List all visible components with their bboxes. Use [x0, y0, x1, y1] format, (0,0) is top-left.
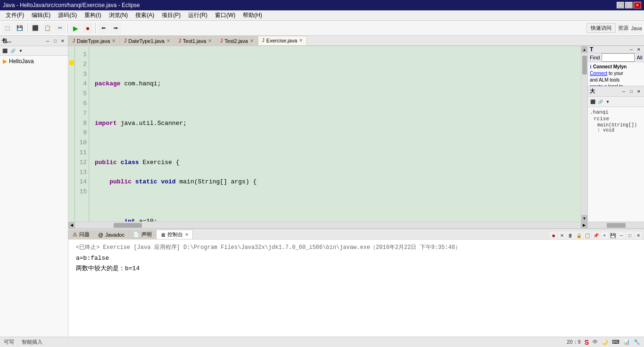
tab-close-datetype1[interactable]: ✕: [166, 38, 170, 43]
package-explorer-title: 包...: [2, 37, 11, 44]
close-button[interactable]: ✕: [634, 2, 641, 8]
tab-test2[interactable]: J Test2.java ✕: [216, 36, 258, 45]
toolbar-new-btn[interactable]: ⬚: [2, 23, 13, 34]
toolbar-btn5[interactable]: ✂: [54, 23, 66, 34]
tab-close-test2[interactable]: ✕: [250, 38, 254, 43]
console-maximize-btn[interactable]: □: [626, 231, 634, 239]
insert-mode: 智能插入: [22, 339, 42, 346]
menu-project[interactable]: 项目(P): [158, 10, 184, 20]
minimize-button[interactable]: ─: [617, 2, 624, 8]
tab-javadoc[interactable]: @ Javadoc: [94, 230, 129, 239]
t-icon: T: [590, 46, 593, 53]
outline-close[interactable]: ✕: [636, 88, 642, 95]
outline-maximize[interactable]: □: [628, 88, 635, 95]
hscroll-thumb[interactable]: [114, 223, 142, 228]
menu-refactor[interactable]: 重构(I): [81, 10, 105, 20]
right-panel-bottom: 大 ─ □ ✕ ⬛ 🔗 ▼ .hanqi rcise: [588, 86, 644, 228]
code-editor[interactable]: 1 2 3 4 5 6 7 8 9 10 11 12 13 14: [68, 46, 587, 228]
menu-source[interactable]: 源码(S): [54, 10, 81, 20]
keyboard-icon: ⌨: [612, 339, 619, 345]
menu-run[interactable]: 运行(R): [184, 10, 211, 20]
hscroll-left-btn[interactable]: ◀: [68, 222, 75, 229]
editor-tabs: J DateType.java ✕ J DateType1.java ✕ J T…: [68, 36, 644, 46]
tab-close-datetype[interactable]: ✕: [112, 38, 116, 43]
outline-btn1[interactable]: ⬛: [589, 98, 596, 106]
connect-link[interactable]: Connect: [590, 71, 607, 76]
toolbar-btn9[interactable]: ➡: [110, 23, 121, 34]
toolbar-btn4[interactable]: 📋: [42, 23, 53, 34]
right-top-minimize[interactable]: ─: [628, 46, 635, 53]
panel-minimize-btn[interactable]: ─: [44, 38, 51, 44]
menu-file[interactable]: 文件(F): [2, 10, 28, 20]
menu-navigate[interactable]: 浏览(N): [105, 10, 132, 20]
console-minimize-btn[interactable]: ─: [618, 231, 625, 239]
menu-edit[interactable]: 编辑(E): [28, 10, 54, 20]
panel-maximize-btn[interactable]: □: [52, 38, 58, 44]
outline-hscrollbar[interactable]: [588, 222, 644, 228]
tree-item-hellojava[interactable]: ▶ HelloJava: [2, 58, 66, 65]
menu-search[interactable]: 搜索(A): [132, 10, 158, 20]
menu-bar: 文件(F) 编辑(E) 源码(S) 重构(I) 浏览(N) 搜索(A) 项目(P…: [0, 10, 644, 21]
toolbar-btn7[interactable]: ■: [82, 23, 93, 34]
console-clear-btn[interactable]: 🗑: [567, 231, 574, 239]
tab-console[interactable]: 🖥 控制台 ✕: [156, 230, 193, 239]
outline-item-class[interactable]: rcise: [590, 116, 642, 122]
menu-help[interactable]: 帮助(H): [239, 10, 266, 20]
find-input[interactable]: [602, 53, 635, 62]
tab-datetype1[interactable]: J DateType1.java ✕: [120, 36, 174, 45]
cursor-position: 20：9: [567, 339, 580, 346]
project-icon: ▶: [3, 58, 7, 65]
vscroll-down-btn[interactable]: ▼: [581, 215, 587, 222]
panel-close-btn[interactable]: ✕: [59, 38, 66, 44]
console-stop-btn[interactable]: ■: [550, 231, 557, 239]
mylyn-description: Connect to your: [590, 70, 642, 77]
outline-item-method[interactable]: main(String[]) : void: [590, 122, 642, 133]
editor-vscrollbar[interactable]: ▲ ▼: [581, 46, 587, 222]
package-explorer-header: 包... ─ □ ✕: [0, 36, 68, 46]
toolbar-btn3[interactable]: ⬛: [30, 23, 41, 34]
toolbar-btn6[interactable]: ▶: [70, 23, 81, 34]
outline-minimize[interactable]: ─: [620, 88, 627, 95]
tab-close-test1[interactable]: ✕: [208, 38, 212, 43]
link-btn[interactable]: 🔗: [9, 47, 17, 55]
collapse-all-btn[interactable]: ⬛: [1, 47, 8, 55]
console-scroll-lock-btn[interactable]: 🔒: [575, 231, 583, 239]
ime-options: 📊: [623, 339, 630, 345]
write-status: 可写: [4, 339, 14, 346]
editor-hscrollbar[interactable]: ◀ ▶: [68, 222, 587, 228]
vscroll-thumb[interactable]: [582, 56, 587, 74]
console-terminate-btn[interactable]: ✕: [558, 231, 566, 239]
tab-exercise[interactable]: J Exercise.java ✕: [258, 36, 307, 45]
outline-btn2[interactable]: 🔗: [596, 98, 604, 106]
toolbar-perspective-resource[interactable]: 资源: [618, 23, 629, 34]
main-toolbar: ⬚ 💾 ⬛ 📋 ✂ ▶ ■ ⬅ ➡ 快速访问 资源 Java: [0, 21, 644, 36]
right-top-close[interactable]: ✕: [636, 46, 642, 53]
vscroll-up-btn[interactable]: ▲: [581, 46, 587, 53]
tab-datetype[interactable]: J DateType.java ✕: [68, 36, 120, 45]
code-text[interactable]: package com.hanqi; import java.util.Scan…: [89, 46, 581, 222]
panel-menu-btn[interactable]: ▼: [17, 47, 25, 55]
console-new-btn[interactable]: +: [601, 231, 608, 239]
tab-problems[interactable]: ⚠ 问题: [68, 230, 94, 239]
tab-test1[interactable]: J Test1.java ✕: [174, 36, 216, 45]
console-tab-close[interactable]: ✕: [185, 232, 189, 237]
outline-hscroll-thumb[interactable]: [607, 223, 626, 228]
code-line-5: [95, 138, 575, 148]
tab-declaration[interactable]: 📄 声明: [129, 230, 156, 239]
console-save-btn[interactable]: 💾: [609, 231, 617, 239]
mylyn-alm-text: and ALM tools: [590, 77, 642, 83]
quick-access-input[interactable]: 快速访问: [586, 23, 616, 33]
menu-window[interactable]: 窗口(W): [211, 10, 239, 20]
maximize-button[interactable]: □: [625, 2, 633, 8]
outline-item-package[interactable]: .hanqi: [590, 109, 642, 116]
toolbar-btn2[interactable]: 💾: [14, 23, 25, 34]
tab-close-exercise[interactable]: ✕: [299, 38, 303, 43]
toolbar-btn8[interactable]: ⬅: [98, 23, 109, 34]
hscroll-right-btn[interactable]: ▶: [581, 222, 587, 229]
console-paste-btn[interactable]: 📌: [592, 231, 600, 239]
console-copy-btn[interactable]: 📋: [584, 231, 591, 239]
input-method-cn: 中: [593, 339, 598, 346]
toolbar-perspective-java[interactable]: Java: [631, 23, 642, 34]
console-close-btn[interactable]: ✕: [635, 231, 642, 239]
outline-btn3[interactable]: ▼: [604, 98, 611, 106]
